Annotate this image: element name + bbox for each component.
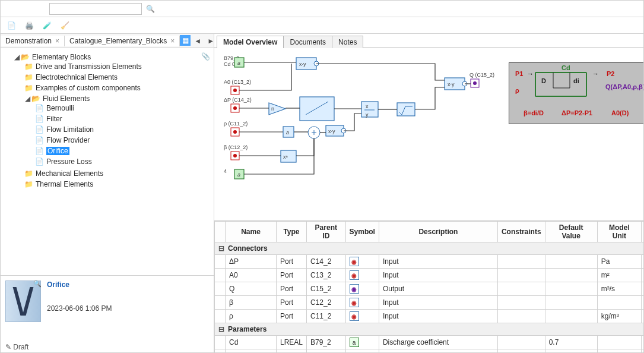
svg-text:n: n [271,106,274,112]
collapse-icon[interactable]: ⊟ [218,325,224,333]
svg-text:β=di/D: β=di/D [524,109,544,116]
tree-item-fluid[interactable]: Fluid Elements [43,94,90,103]
table-group-row[interactable]: ⊟Parameters [215,323,645,336]
table-row[interactable]: CdLREALB79_2aDischarge coefficient0.7 [215,336,645,349]
diag-label: 4 [224,168,227,174]
tree-leaf[interactable]: Filter [46,115,62,123]
table-group-row[interactable]: ⊟Connectors [215,242,645,255]
tree-item[interactable]: Examples of custom components [36,84,141,92]
tree-leaf[interactable]: Pressure Loss [46,157,92,166]
grid-icon[interactable]: ▦ [180,35,191,46]
svg-text:A0(D): A0(D) [611,109,629,116]
svg-text:a: a [237,60,240,66]
tree-item[interactable]: Thermal Elements [36,180,93,188]
tab-notes[interactable]: Notes [332,36,363,48]
svg-point-9 [233,154,237,157]
tree-root[interactable]: Elementary Blocks [32,53,91,61]
cell-parent: B62_2 [307,349,346,354]
cell-desc: Input [379,255,497,269]
tree-leaf-selected[interactable]: Orifice [46,147,69,155]
svg-text:Q(ΔP,A0,ρ,β): Q(ΔP,A0,ρ,β) [605,83,644,90]
col-symbol[interactable]: Symbol [345,222,379,242]
component-icon: 📄 [35,147,44,155]
print-icon[interactable]: 🖨️ [23,20,35,31]
component-icon: 📄 [35,125,44,134]
tree-item[interactable]: Mechanical Elements [36,169,103,178]
tree-leaf[interactable]: Flow Provider [46,136,90,144]
nav-left-icon[interactable]: ◄ [192,35,204,47]
svg-text:→: → [527,70,534,77]
doc-tab-catalogue[interactable]: Catalogue_Elementary_Blocks × [65,36,180,46]
filter-icon[interactable]: 🧪 [41,20,53,31]
collapse-icon[interactable]: ◢ [14,53,20,61]
doc-tab-label: Catalogue_Elementary_Blocks [69,37,167,45]
collapse-icon[interactable]: ⊟ [218,244,224,253]
clear-icon[interactable]: 🧹 [59,20,71,31]
port-in-icon: ◉ [350,311,359,321]
tree-leaf[interactable]: Flow Limitation [46,125,94,134]
tree-leaf[interactable]: Bernoulli [46,104,74,112]
table-row[interactable]: QPortC15_2◉Outputm³/s [215,282,645,296]
cell-constraints [497,336,545,349]
svg-text:a: a [237,172,240,178]
edit-icon[interactable]: ✎ [5,343,11,351]
col-desc[interactable]: Description [379,222,497,242]
tree-item[interactable]: Drive and Transmission Elements [36,62,142,71]
tab-model-overview[interactable]: Model Overview [217,36,284,48]
cell-desc: Discharge coefficient [379,336,497,349]
cell-name: A0 [226,269,277,282]
col-constraints[interactable]: Constraints [497,222,545,242]
col-type[interactable]: Type [276,222,306,242]
table-row[interactable]: ΔPPortC14_2◉InputPa [215,255,645,269]
table-row[interactable]: Current ValueLREALB62_2aFixed Constant4 [215,349,645,354]
svg-text:a: a [286,130,289,135]
cell-symbol: a [345,336,379,349]
svg-text:P1: P1 [515,70,523,77]
diag-label: ρ (C11_2) [224,121,248,127]
pin-icon[interactable]: 📎 [199,51,211,62]
param-icon: a [350,338,359,347]
col-default[interactable]: Default Value [545,222,597,242]
svg-text:ρ: ρ [515,87,519,94]
svg-text:x·y: x·y [328,128,335,134]
col-parent[interactable]: Parent ID [307,222,346,242]
properties-table[interactable]: Name Type Parent ID Symbol Description C… [214,221,644,353]
nav-right-icon[interactable]: ► [205,35,217,47]
properties-table-wrap: Name Type Parent ID Symbol Description C… [214,220,644,353]
cell-unit: kg/m³ [597,310,641,323]
svg-text:x·y: x·y [299,61,306,67]
doc-tab-demonstration[interactable]: Demonstration × [1,36,65,46]
zoom-icon[interactable]: 🔍 [33,280,42,288]
svg-point-3 [233,89,237,92]
formula-reference: P1 → Cd D di ρ P2 → Q(ΔP,A0,ρ,β) [509,62,644,124]
port-in-icon: ◉ [350,270,359,280]
diagram-canvas[interactable]: B79_2 Cd 0.7 A0 (C13_2) ΔP (C14_2) ρ (C1… [214,48,644,220]
svg-text:ΔP=P2-P1: ΔP=P2-P1 [561,109,592,116]
cell-symbol: ◉ [345,269,379,282]
svg-text:x·y: x·y [448,81,455,87]
cell-default [545,255,597,269]
cell-type: LREAL [276,349,306,354]
cell-default: 4 [545,349,597,354]
search-icon[interactable]: 🔍 [144,3,156,15]
diag-label: β (C12_2) [224,144,248,150]
cell-parent: C11_2 [307,310,346,323]
search-input[interactable] [49,3,142,15]
svg-point-7 [233,130,237,134]
tab-documents[interactable]: Documents [283,36,332,48]
col-name[interactable]: Name [226,222,277,242]
tree-item[interactable]: Electrotechnical Elements [36,73,118,81]
table-row[interactable]: βPortC12_2◉Input [215,296,645,310]
close-icon[interactable]: × [170,37,175,45]
svg-rect-33 [397,103,415,116]
table-row[interactable]: ρPortC11_2◉Inputkg/m³ [215,310,645,323]
cell-parent: C14_2 [307,255,346,269]
preview-thumbnail[interactable]: 🔍 [5,280,41,322]
cell-type: Port [276,282,306,296]
table-row[interactable]: A0PortC13_2◉Inputm² [215,269,645,282]
close-icon[interactable]: × [55,37,59,45]
component-icon: 📄 [35,136,44,144]
collapse-icon[interactable]: ◢ [24,94,30,103]
col-unit[interactable]: Model Unit [597,222,641,242]
new-icon[interactable]: 📄 [5,20,17,31]
